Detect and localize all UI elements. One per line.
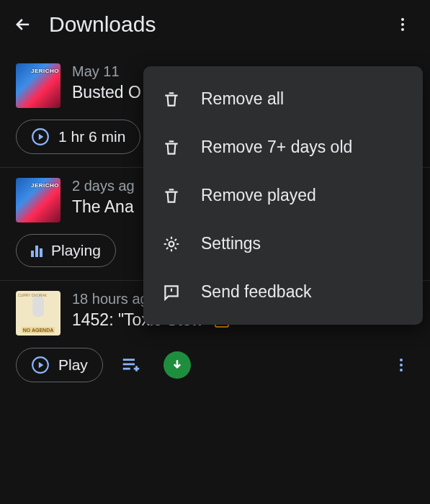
equalizer-icon xyxy=(31,244,42,257)
overflow-menu: Remove all Remove 7+ days old Remove pla… xyxy=(143,66,423,325)
menu-remove-all[interactable]: Remove all xyxy=(143,75,423,123)
menu-label: Send feedback xyxy=(201,282,311,302)
menu-settings[interactable]: Settings xyxy=(143,220,423,268)
play-circle-icon xyxy=(31,356,50,374)
more-vert-icon xyxy=(394,16,411,33)
gear-icon xyxy=(162,235,181,253)
play-button[interactable]: Play xyxy=(16,348,103,382)
episode-thumbnail xyxy=(16,63,61,108)
svg-point-6 xyxy=(400,364,403,366)
download-complete-icon xyxy=(164,351,191,379)
episode-date: 2 days ag xyxy=(72,178,135,194)
back-button[interactable] xyxy=(13,14,33,35)
arrow-left-icon xyxy=(13,14,33,35)
trash-icon xyxy=(162,90,181,109)
downloaded-button[interactable] xyxy=(159,347,195,383)
menu-remove-played[interactable]: Remove played xyxy=(143,171,423,220)
menu-label: Remove played xyxy=(201,186,316,205)
pill-label: Play xyxy=(58,356,88,374)
menu-label: Remove all xyxy=(201,89,284,109)
feedback-icon xyxy=(162,283,181,302)
episode-thumbnail xyxy=(16,178,61,222)
episode-date: May 11 xyxy=(72,63,141,80)
svg-point-1 xyxy=(401,23,404,26)
add-to-queue-button[interactable] xyxy=(116,350,146,380)
menu-remove-7days[interactable]: Remove 7+ days old xyxy=(143,123,423,171)
menu-label: Remove 7+ days old xyxy=(201,138,352,157)
app-header: Downloads xyxy=(0,0,430,53)
menu-label: Settings xyxy=(201,234,261,253)
svg-point-0 xyxy=(401,18,404,21)
header-more-button[interactable] xyxy=(388,10,417,39)
play-duration-button[interactable]: 1 hr 6 min xyxy=(16,120,140,154)
menu-feedback[interactable]: Send feedback xyxy=(143,268,423,316)
svg-point-5 xyxy=(400,359,403,361)
episode-title: Busted O xyxy=(72,83,141,102)
episode-thumbnail: CURRY DVORAK xyxy=(16,291,61,336)
trash-icon xyxy=(162,186,181,205)
page-title: Downloads xyxy=(49,12,156,37)
trash-icon xyxy=(162,138,181,157)
episode-more-button[interactable] xyxy=(388,352,414,378)
playlist-add-icon xyxy=(120,354,142,376)
episode-title: The Ana xyxy=(72,197,135,217)
svg-point-8 xyxy=(169,241,174,246)
svg-point-7 xyxy=(400,369,403,372)
pill-label: 1 hr 6 min xyxy=(58,128,125,145)
more-vert-icon xyxy=(393,356,410,374)
playing-button[interactable]: Playing xyxy=(16,234,116,267)
svg-point-2 xyxy=(401,28,404,31)
pill-label: Playing xyxy=(51,242,101,259)
play-circle-icon xyxy=(31,127,50,146)
